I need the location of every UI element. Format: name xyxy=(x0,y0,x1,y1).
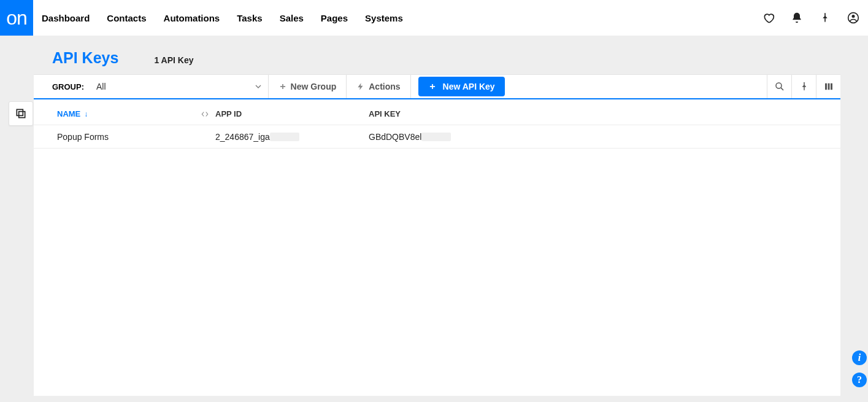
nav-pages[interactable]: Pages xyxy=(321,13,348,23)
chevron-down-icon xyxy=(253,82,263,91)
masked-segment xyxy=(270,133,299,141)
top-nav: on Dashboard Contacts Automations Tasks … xyxy=(0,0,868,36)
expand-icon xyxy=(201,110,209,118)
svg-rect-10 xyxy=(825,83,827,90)
column-name-label: NAME xyxy=(57,109,80,118)
new-api-key-button[interactable]: New API Key xyxy=(418,77,505,96)
new-group-button[interactable]: New Group xyxy=(268,75,347,98)
column-header-appid[interactable]: APP ID xyxy=(215,109,369,118)
nav-contacts[interactable]: Contacts xyxy=(107,13,146,23)
column-header-name[interactable]: NAME ↓ xyxy=(34,109,215,118)
cell-appid: 2_246867_iga xyxy=(215,132,369,142)
left-rail-card-icon[interactable] xyxy=(9,101,33,126)
new-api-key-label: New API Key xyxy=(443,82,495,91)
nav-dashboard[interactable]: Dashboard xyxy=(42,13,90,23)
nav-systems[interactable]: Systems xyxy=(365,13,403,23)
columns-icon xyxy=(823,81,834,92)
svg-rect-3 xyxy=(19,112,25,118)
table-row[interactable]: Popup Forms 2_246867_iga GBdDQBV8el xyxy=(34,125,840,149)
info-float-button[interactable]: i xyxy=(852,350,867,365)
toolbar-right xyxy=(767,75,840,98)
cell-appid-value: 2_246867_iga xyxy=(215,132,270,142)
bell-icon[interactable] xyxy=(791,12,803,24)
page-title: API Keys xyxy=(52,49,118,67)
nav-automations[interactable]: Automations xyxy=(164,13,220,23)
plus-icon xyxy=(278,82,287,91)
pin-icon[interactable] xyxy=(819,12,831,24)
account-icon[interactable] xyxy=(847,12,859,24)
search-button[interactable] xyxy=(767,75,791,98)
nav-tasks[interactable]: Tasks xyxy=(237,13,262,23)
toolbar-left: GROUP: All xyxy=(34,75,268,98)
help-icon: ? xyxy=(857,374,862,385)
group-selected-value: All xyxy=(96,82,106,91)
columns-button[interactable] xyxy=(816,75,840,98)
bolt-icon xyxy=(356,82,365,91)
page-header: API Keys 1 API Key xyxy=(34,36,840,74)
new-group-label: New Group xyxy=(291,82,337,91)
svg-rect-2 xyxy=(17,109,23,115)
brand-label: on xyxy=(6,7,27,29)
nav-links: Dashboard Contacts Automations Tasks Sal… xyxy=(42,13,403,23)
brand-logo[interactable]: on xyxy=(0,0,33,36)
actions-button[interactable]: Actions xyxy=(347,75,410,98)
api-keys-table: NAME ↓ APP ID API KEY Popup Forms 2_2468… xyxy=(34,99,840,396)
svg-line-9 xyxy=(780,88,783,90)
plus-icon xyxy=(428,82,437,91)
pin-icon xyxy=(799,81,810,92)
info-icon: i xyxy=(858,352,861,363)
page-wrap: API Keys 1 API Key GROUP: All New Group … xyxy=(34,36,840,396)
help-float-button[interactable]: ? xyxy=(852,373,867,387)
svg-point-1 xyxy=(852,15,855,18)
search-icon xyxy=(774,81,785,92)
svg-rect-12 xyxy=(831,83,832,90)
masked-segment xyxy=(421,133,451,141)
pin-button[interactable] xyxy=(791,75,816,98)
cell-apikey: GBdDQBV8el xyxy=(369,132,840,142)
column-header-apikey[interactable]: API KEY xyxy=(369,109,840,118)
actions-label: Actions xyxy=(369,82,400,91)
group-label: GROUP: xyxy=(52,82,84,91)
nav-sales[interactable]: Sales xyxy=(280,13,304,23)
svg-point-8 xyxy=(776,83,782,88)
svg-rect-11 xyxy=(828,83,829,90)
cell-apikey-value: GBdDQBV8el xyxy=(369,132,421,142)
sort-down-icon: ↓ xyxy=(84,110,88,118)
top-nav-right xyxy=(762,12,868,24)
heart-icon[interactable] xyxy=(762,12,775,24)
table-header-row: NAME ↓ APP ID API KEY xyxy=(34,99,840,125)
page-subtitle: 1 API Key xyxy=(154,55,193,65)
toolbar: GROUP: All New Group Actions New API Key xyxy=(34,74,840,99)
group-select[interactable]: All xyxy=(91,75,268,98)
cell-name: Popup Forms xyxy=(34,132,215,142)
